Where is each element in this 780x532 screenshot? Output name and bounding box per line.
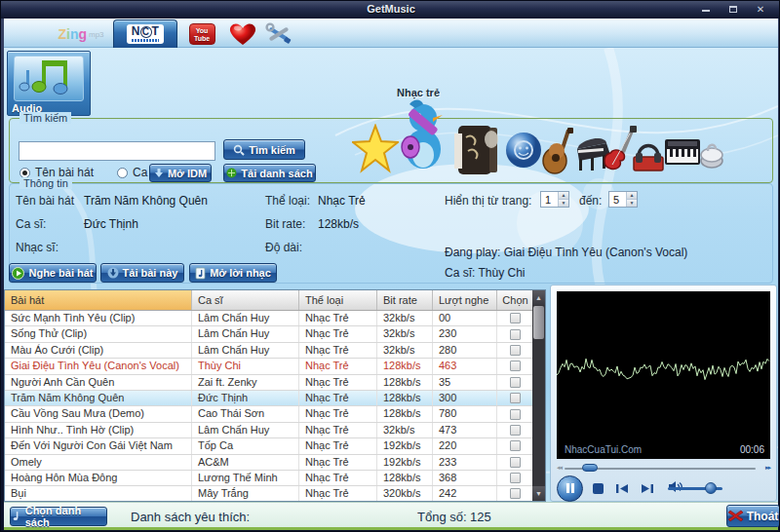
- table-body: Sức Mạnh Tình Yêu (Clip)Lâm Chấn HuyNhạc…: [5, 311, 545, 501]
- page-from-spinner[interactable]: 1 ▲▼: [540, 191, 569, 208]
- scrollbar-thumb[interactable]: [533, 306, 544, 339]
- table-scrollbar[interactable]: ▲ ▼: [532, 290, 545, 501]
- volume-handle[interactable]: [705, 482, 717, 494]
- table-row[interactable]: Cầu Vồng Sau Mưa (Demo)Cao Thái SơnNhạc …: [5, 406, 545, 422]
- search-input[interactable]: [19, 141, 215, 161]
- table-row[interactable]: BụiMây TrắngNhạc Trẻ320kb/s242: [5, 486, 545, 501]
- download-song-button[interactable]: Tải bài này: [100, 263, 184, 283]
- exit-button[interactable]: Thoát: [726, 505, 780, 527]
- table-cell: AC&M: [192, 455, 299, 470]
- table-row[interactable]: Sống Thử (Clip)Lâm Chấn HuyNhạc Trẻ32kb/…: [5, 326, 545, 342]
- favorites-list-label: Danh sách yêu thích:: [131, 510, 250, 524]
- column-header[interactable]: Ca sĩ: [192, 290, 299, 310]
- row-checkbox[interactable]: [510, 361, 521, 371]
- table-cell: Cao Thái Sơn: [192, 406, 299, 421]
- search-group-title: Tìm kiếm: [20, 112, 71, 124]
- next-track-button[interactable]: [641, 483, 654, 494]
- row-checkbox[interactable]: [510, 440, 521, 451]
- table-cell: Trăm Năm Không Quên: [5, 391, 192, 405]
- column-header[interactable]: Bài hát: [5, 290, 192, 310]
- table-row[interactable]: Đến Với Người Con Gái Việt NamTốp CaNhạc…: [5, 438, 545, 454]
- previous-track-button[interactable]: [615, 483, 629, 494]
- row-checkbox-cell: [497, 438, 533, 453]
- column-header[interactable]: Thể loại: [299, 290, 377, 310]
- table-cell: Lâm Chấn Huy: [192, 343, 299, 358]
- music-organizer-icon: [452, 124, 503, 177]
- spinner-arrows[interactable]: ▲▼: [626, 192, 637, 207]
- search-button[interactable]: Tìm kiếm: [223, 139, 305, 160]
- total-label: Tổng số:: [417, 510, 467, 524]
- table-cell: Nhạc Trẻ: [299, 486, 377, 501]
- table-row[interactable]: Người Anh Cần QuênZai ft. ZenkyNhạc Trẻ1…: [5, 375, 545, 391]
- seek-handle[interactable]: [582, 464, 598, 472]
- table-cell: Nhạc Trẻ: [299, 423, 377, 437]
- total-value: 125: [470, 510, 491, 524]
- row-checkbox[interactable]: [510, 393, 521, 403]
- drum-icon: [698, 137, 725, 171]
- table-cell: 368: [433, 471, 497, 485]
- audio-mode-button[interactable]: Audio: [7, 51, 91, 116]
- scroll-down-arrow[interactable]: ▼: [532, 486, 545, 501]
- seek-bar[interactable]: ◂◂ ▸▸: [557, 463, 770, 475]
- table-row[interactable]: OmelyAC&MNhạc Trẻ192kb/s233: [5, 455, 545, 471]
- player-brand-text: NhacCuaTui.Com: [565, 444, 642, 455]
- lyrics-page-icon: [195, 267, 206, 280]
- maximize-icon: [729, 6, 737, 13]
- row-checkbox[interactable]: [510, 473, 521, 483]
- artist-value: Đức Thịnh: [84, 217, 138, 231]
- row-checkbox[interactable]: [510, 329, 521, 340]
- stop-button[interactable]: [593, 483, 604, 494]
- table-cell: Tốp Ca: [192, 438, 299, 453]
- select-playlist-button[interactable]: Chọn danh sách: [10, 507, 107, 526]
- table-cell: Thùy Chi: [192, 359, 299, 373]
- tab-youtube[interactable]: YouTube: [187, 22, 216, 46]
- radio-song-name[interactable]: [20, 168, 30, 178]
- open-idm-button[interactable]: Mở IDM: [149, 164, 212, 182]
- tab-settings[interactable]: [263, 22, 294, 46]
- waveform-visualization: [557, 291, 770, 459]
- table-cell: 233: [433, 455, 497, 470]
- row-checkbox[interactable]: [510, 425, 521, 436]
- row-checkbox-cell: [497, 486, 533, 501]
- table-row[interactable]: Màu Áo Cưới (Clip)Lâm Chấn HuyNhạc Trẻ32…: [5, 343, 545, 359]
- window-title: GetMusic: [1, 3, 780, 15]
- radio-artist[interactable]: [117, 168, 128, 178]
- row-checkbox[interactable]: [510, 488, 521, 499]
- maximize-button[interactable]: [722, 4, 744, 16]
- tab-nhaccuatui-active[interactable]: NCT: [113, 19, 177, 48]
- table-cell: 128kb/s: [377, 471, 433, 485]
- open-lyrics-button[interactable]: Mở lời nhạc: [189, 263, 277, 283]
- tools-icon: [265, 22, 292, 46]
- minimize-button[interactable]: [695, 4, 717, 16]
- column-header[interactable]: Bit rate: [377, 290, 433, 310]
- download-list-button[interactable]: Tải danh sách: [223, 164, 316, 182]
- row-checkbox[interactable]: [510, 457, 521, 468]
- column-header[interactable]: Lượt nghe: [433, 290, 497, 310]
- row-checkbox[interactable]: [510, 409, 521, 420]
- column-header[interactable]: Chọn: [497, 290, 533, 310]
- table-cell: Mây Trắng: [192, 486, 299, 501]
- youtube-icon: YouTube: [189, 23, 215, 45]
- tab-favorites[interactable]: [225, 22, 260, 46]
- table-cell: 32kb/s: [377, 311, 433, 325]
- composer-label: Nhạc sĩ:: [16, 241, 58, 254]
- spinner-arrows[interactable]: ▲▼: [558, 192, 568, 207]
- row-checkbox-cell: [497, 391, 533, 405]
- row-checkbox[interactable]: [510, 313, 521, 323]
- minimize-icon: [702, 10, 710, 12]
- pause-button[interactable]: [557, 475, 583, 502]
- page-to-spinner[interactable]: 5 ▲▼: [608, 191, 638, 208]
- table-cell: 00: [433, 311, 497, 325]
- scroll-up-arrow[interactable]: ▲: [532, 290, 545, 305]
- row-checkbox[interactable]: [510, 345, 521, 356]
- table-row[interactable]: Sức Mạnh Tình Yêu (Clip)Lâm Chấn HuyNhạc…: [5, 311, 545, 326]
- close-button[interactable]: ✕: [750, 4, 771, 16]
- tab-zing-mp3[interactable]: Zing mp3: [47, 22, 115, 46]
- row-checkbox[interactable]: [510, 377, 521, 388]
- table-row[interactable]: Giai Điệu Tình Yêu (Canon's Vocal)Thùy C…: [5, 359, 545, 374]
- table-row[interactable]: Trăm Năm Không QuênĐức ThịnhNhạc Trẻ128k…: [5, 391, 545, 406]
- table-row[interactable]: Hình Như.. Tình Hờ (Clip)Lâm Chấn HuyNhạ…: [5, 423, 545, 438]
- table-row[interactable]: Hoàng Hôn Mùa ĐôngLương Thế MinhNhạc Trẻ…: [5, 471, 545, 486]
- exit-x-icon: [728, 510, 743, 522]
- listen-song-button[interactable]: Nghe bài hát: [9, 263, 97, 283]
